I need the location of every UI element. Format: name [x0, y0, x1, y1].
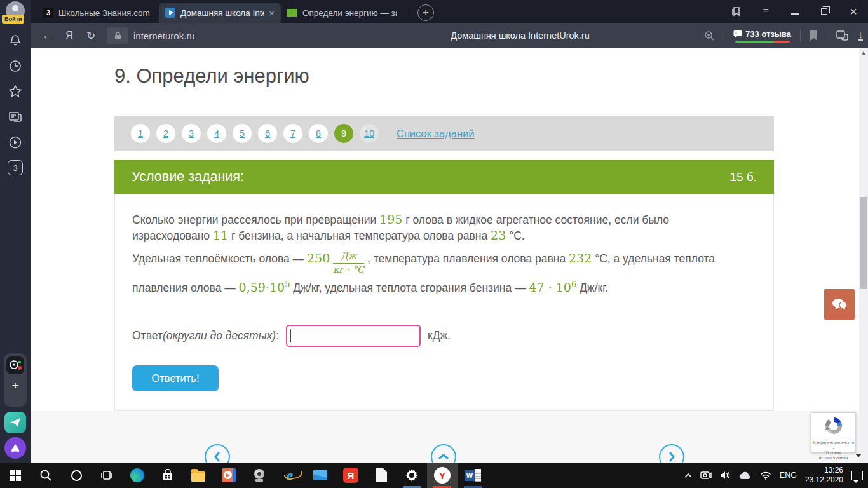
bookmark-flag-icon[interactable]: [810, 30, 818, 41]
points-badge: 15 б.: [729, 170, 757, 184]
task-nav-4[interactable]: 4: [207, 124, 226, 143]
download-icon[interactable]: ↓: [858, 30, 863, 41]
language-indicator[interactable]: ENG: [780, 471, 797, 480]
page-title: Домашняя школа InternetUrok.ru: [451, 30, 590, 41]
page-scrollbar[interactable]: [859, 48, 868, 463]
movies-tv-icon[interactable]: [214, 463, 244, 488]
recaptcha-terms-link[interactable]: Условия использования: [811, 451, 855, 461]
tab-task-energy[interactable]: Определи энергию — зад: [281, 3, 403, 23]
assistant-app-icon[interactable]: [4, 437, 26, 459]
task-nav-6[interactable]: 6: [258, 124, 277, 143]
document-app-icon[interactable]: [366, 463, 397, 488]
answer-label: Ответ: [132, 329, 163, 342]
login-button[interactable]: Войти: [2, 15, 24, 24]
notification-collapse-arrow[interactable]: [855, 454, 862, 458]
meet-now-icon[interactable]: [700, 471, 712, 480]
mail-app-icon[interactable]: [305, 463, 336, 488]
footer-band: [31, 411, 859, 463]
widget-add-icon[interactable]: +: [4, 379, 27, 393]
wifi-icon[interactable]: [760, 471, 771, 480]
lock-icon[interactable]: [107, 27, 128, 44]
condition-header: Условие задания: 15 б.: [114, 160, 774, 194]
file-explorer-icon[interactable]: [183, 463, 214, 488]
condition-title: Условие задания:: [132, 169, 244, 185]
yandex-button[interactable]: Я: [58, 30, 80, 41]
video-play-icon[interactable]: [0, 130, 31, 155]
math-exponent: 6: [571, 280, 576, 289]
action-center-icon[interactable]: [851, 471, 863, 480]
camera-app-icon[interactable]: [244, 463, 275, 488]
task-nav-2[interactable]: 2: [156, 124, 175, 143]
math-value: 47 · 10: [529, 280, 571, 294]
task-list-link[interactable]: Список заданий: [397, 128, 475, 140]
reviews-badge[interactable]: 733 отзыва: [733, 29, 791, 43]
recaptcha-badge[interactable]: Конфиденциальность - Условия использован…: [811, 412, 856, 452]
answer-input[interactable]: [286, 325, 421, 347]
scroll-top-button[interactable]: [431, 444, 456, 463]
task-nav-10[interactable]: 10: [360, 124, 379, 143]
znania-favicon: 3: [43, 8, 53, 18]
next-task-button[interactable]: [659, 444, 684, 463]
tab-close-icon[interactable]: ×: [269, 8, 275, 18]
znania-pinned-icon[interactable]: 3: [0, 155, 31, 180]
toolbar-divider: [827, 29, 827, 42]
toolbar-divider: [800, 29, 801, 42]
yandex-app-icon[interactable]: Я: [336, 463, 366, 488]
new-tab-button[interactable]: +: [417, 4, 434, 21]
close-button[interactable]: ×: [839, 0, 868, 23]
prev-task-button[interactable]: [205, 444, 230, 463]
problem-text: °C.: [506, 229, 524, 242]
collections-icon[interactable]: [836, 30, 849, 41]
task-nav-8[interactable]: 8: [309, 124, 328, 143]
task-nav-5[interactable]: 5: [233, 124, 252, 143]
settings-gear-icon[interactable]: [397, 463, 427, 488]
cortana-button[interactable]: [61, 463, 92, 488]
tab-title: Домашняя школа Intern: [180, 8, 264, 18]
tab-interneturok-home[interactable]: Домашняя школа Intern ×: [159, 3, 281, 23]
task-nav-9-active[interactable]: 9: [334, 124, 353, 143]
reviews-rating-bar: [735, 41, 790, 43]
task-nav-3[interactable]: 3: [182, 124, 201, 143]
math-value: 232: [569, 251, 592, 265]
zoom-page-icon[interactable]: [704, 30, 715, 41]
tab-title: Определи энергию — зад: [302, 8, 397, 18]
search-icon[interactable]: [31, 463, 61, 488]
recaptcha-privacy-link[interactable]: Конфиденциальность -: [811, 440, 855, 451]
tabs-panel-icon[interactable]: [0, 104, 31, 130]
back-icon[interactable]: ←: [37, 29, 58, 43]
scrollbar-thumb[interactable]: [860, 197, 867, 289]
minimize-button[interactable]: [780, 0, 810, 23]
tab-znania[interactable]: 3 Школьные Знания.com - Р: [37, 3, 159, 23]
menu-icon[interactable]: ≡: [751, 0, 780, 23]
refresh-icon[interactable]: ↻: [80, 29, 102, 43]
task-heading: 9. Определи энергию: [114, 65, 309, 88]
messenger-app-icon[interactable]: [4, 412, 26, 433]
onedrive-cloud-icon[interactable]: [739, 471, 752, 480]
bookmarks-star-icon[interactable]: [0, 79, 31, 104]
submit-button[interactable]: Ответить!: [132, 365, 219, 391]
word-icon[interactable]: W: [458, 463, 488, 488]
task-nav-7[interactable]: 7: [283, 124, 302, 143]
support-chat-button[interactable]: [824, 289, 855, 320]
reviews-count: 733 отзыва: [745, 29, 791, 39]
yandex-browser-icon[interactable]: Y: [427, 463, 458, 488]
camera-icon[interactable]: [6, 356, 24, 374]
bookmarks-panel-icon[interactable]: [722, 0, 751, 23]
start-button[interactable]: [0, 463, 31, 488]
answer-hint: (округли до десятых): [163, 329, 276, 342]
conference-widget[interactable]: +: [4, 353, 27, 407]
tray-expand-chevron-icon[interactable]: [684, 473, 692, 478]
scrollbar-up-arrow[interactable]: [861, 51, 866, 55]
clock-tray[interactable]: 13:26 23.12.2020: [805, 466, 843, 485]
task-view-button[interactable]: [92, 463, 122, 488]
store-icon[interactable]: [153, 463, 183, 488]
task-nav-1[interactable]: 1: [131, 124, 150, 143]
edge-icon[interactable]: [122, 463, 153, 488]
internet-explorer-icon[interactable]: e: [275, 463, 305, 488]
notifications-bell-icon[interactable]: [0, 28, 31, 53]
problem-text: Удельная теплоёмкость олова —: [132, 252, 307, 265]
restore-button[interactable]: [810, 0, 839, 23]
volume-icon[interactable]: [720, 471, 731, 480]
url-field[interactable]: interneturok.ru: [107, 27, 195, 44]
history-clock-icon[interactable]: [0, 53, 31, 79]
